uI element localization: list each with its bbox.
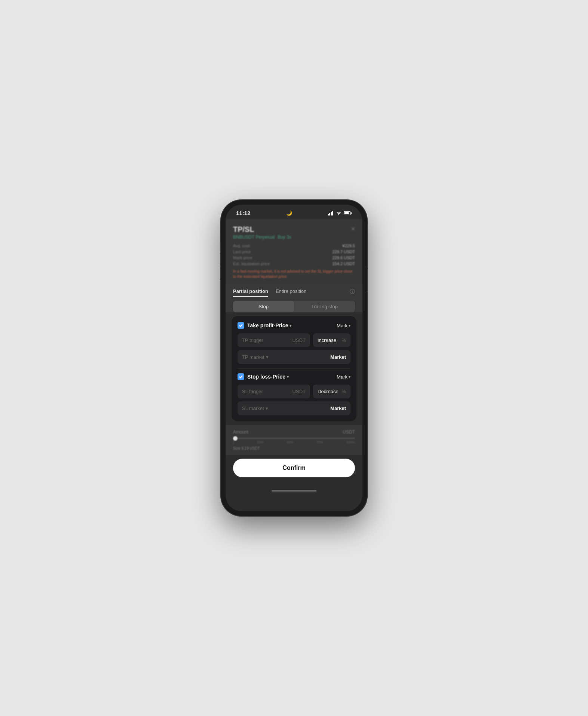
stop-loss-title: Stop loss-Price ▾: [247, 374, 289, 380]
slider-mark-75: 75%: [316, 440, 323, 444]
slider-mark-100: 100%: [346, 440, 355, 444]
sl-decrease-label: Decrease: [318, 389, 339, 394]
tp-increase-unit: %: [342, 337, 346, 343]
avg-cost-row: Avg. cost ¥229.5: [233, 244, 355, 248]
sl-trigger-input[interactable]: SL trigger USDT: [238, 385, 310, 398]
modal-subtitle: BNBUSDT Perpetual Buy 3x: [233, 235, 291, 240]
position-tabs: Partial position Entire position ⓘ: [233, 288, 355, 297]
last-price-row: Last price 229.7 USDT: [233, 250, 355, 254]
slider-thumb[interactable]: [233, 436, 238, 441]
sl-decrease-unit: %: [342, 389, 346, 394]
wifi-icon: [336, 211, 342, 215]
stop-loss-header: Stop loss-Price ▾ Mark ▾: [238, 373, 350, 380]
tp-market-value: Market: [330, 354, 346, 360]
warning-text: In a fast-moving market, it is not advis…: [233, 269, 355, 279]
last-price-label: Last price: [233, 250, 251, 254]
phone-screen: 11:12 🌙: [226, 205, 362, 511]
amount-slider-track: [233, 438, 355, 439]
slider-mark-50: 50%: [287, 440, 294, 444]
svg-rect-1: [329, 213, 330, 215]
bottom-area: Amount USDT | 25% 50% 75% 100% Size 9.19…: [226, 425, 362, 455]
volume-buttons: [220, 253, 221, 280]
status-icons: [328, 211, 352, 215]
last-price-value: 229.7 USDT: [332, 250, 355, 254]
sl-market-dropdown-arrow: ▾: [266, 406, 268, 411]
svg-rect-7: [351, 212, 352, 214]
mark-price-label: Mark price: [233, 256, 252, 260]
tab-stop[interactable]: Stop: [233, 301, 294, 312]
sl-trigger-unit: USDT: [293, 389, 306, 394]
sl-market-row[interactable]: SL market ▾ Market: [238, 401, 350, 415]
phone-device: 11:12 🌙: [221, 200, 367, 516]
amount-label: Amount: [233, 429, 248, 435]
status-time: 11:12: [236, 210, 250, 216]
home-indicator: [226, 485, 362, 497]
liq-price-label: Est. liquidation price: [233, 261, 270, 266]
take-profit-section: Take profit-Price ▾ Mark ▾ TP trigger US…: [238, 322, 350, 364]
tp-trigger-label: TP trigger: [242, 337, 263, 343]
stop-loss-left: Stop loss-Price ▾: [238, 373, 289, 380]
tabs-area: Partial position Entire position ⓘ Stop …: [226, 284, 362, 312]
sl-decrease-field[interactable]: Decrease %: [313, 385, 350, 398]
avg-cost-label: Avg. cost: [233, 244, 250, 248]
tp-trigger-input[interactable]: TP trigger USDT: [238, 333, 310, 347]
stop-loss-checkbox[interactable]: [238, 373, 244, 380]
take-profit-left: Take profit-Price ▾: [238, 322, 291, 329]
sl-mark-button[interactable]: Mark ▾: [337, 374, 350, 380]
mark-price-row: Mark price 229.6 USDT: [233, 256, 355, 260]
close-icon[interactable]: ×: [351, 225, 355, 233]
signal-icon: [328, 211, 334, 215]
stop-tabs: Stop Trailing stop: [233, 301, 355, 312]
modal-title: TP/SL: [233, 225, 291, 234]
tab-partial-position[interactable]: Partial position: [233, 288, 268, 297]
home-bar: [272, 490, 316, 492]
battery-icon: [344, 211, 352, 215]
confirm-area: Confirm: [226, 455, 362, 485]
sl-dropdown-arrow[interactable]: ▾: [287, 375, 289, 379]
liq-price-value: 154.2 USDT: [332, 261, 355, 266]
tp-market-dropdown-arrow: ▾: [266, 354, 269, 360]
tp-market-row[interactable]: TP market ▾ Market: [238, 350, 350, 364]
confirm-button[interactable]: Confirm: [233, 459, 355, 477]
stats-section: Avg. cost ¥229.5 Last price 229.7 USDT M…: [233, 244, 355, 266]
sl-trigger-label: SL trigger: [242, 389, 263, 394]
checkmark-icon: [239, 323, 243, 328]
svg-rect-2: [331, 212, 332, 215]
take-profit-header: Take profit-Price ▾ Mark ▾: [238, 322, 350, 329]
tp-increase-field[interactable]: Increase %: [313, 333, 350, 347]
take-profit-checkbox[interactable]: [238, 322, 244, 329]
size-text: Size 9.19 USDT: [233, 446, 355, 450]
tp-mark-button[interactable]: Mark ▾: [337, 323, 350, 328]
background-content: TP/SL BNBUSDT Perpetual Buy 3x × Avg. co…: [226, 219, 362, 284]
slider-marks: | 25% 50% 75% 100%: [233, 440, 355, 444]
avg-cost-value: ¥229.5: [342, 244, 355, 248]
moon-icon: 🌙: [286, 210, 292, 216]
tp-dropdown-arrow[interactable]: ▾: [290, 324, 291, 328]
power-button: [367, 267, 368, 291]
tab-trailing-stop[interactable]: Trailing stop: [294, 301, 355, 312]
tp-increase-label: Increase: [318, 337, 336, 343]
slider-mark-0: |: [233, 440, 234, 444]
take-profit-title: Take profit-Price ▾: [247, 322, 291, 328]
svg-point-4: [338, 214, 339, 215]
info-icon[interactable]: ⓘ: [350, 288, 355, 297]
tp-trigger-unit: USDT: [293, 337, 306, 343]
sl-trigger-row: SL trigger USDT Decrease %: [238, 385, 350, 398]
checkmark-icon-sl: [239, 374, 243, 379]
sl-market-label: SL market ▾: [242, 406, 268, 411]
stop-loss-section: Stop loss-Price ▾ Mark ▾ SL trigger USDT: [238, 373, 350, 415]
amount-row: Amount USDT: [233, 429, 355, 435]
status-bar: 11:12 🌙: [226, 205, 362, 219]
svg-rect-3: [332, 211, 333, 215]
liq-price-row: Est. liquidation price 154.2 USDT: [233, 261, 355, 266]
tab-entire-position[interactable]: Entire position: [276, 288, 306, 297]
amount-unit: USDT: [343, 429, 355, 435]
section-divider: [238, 368, 350, 369]
sl-market-value: Market: [330, 406, 346, 411]
tp-market-label: TP market ▾: [242, 354, 269, 360]
svg-rect-0: [328, 214, 329, 215]
mark-price-value: 229.6 USDT: [332, 256, 355, 260]
slider-mark-25: 25%: [257, 440, 264, 444]
tpsl-card: Take profit-Price ▾ Mark ▾ TP trigger US…: [232, 316, 356, 421]
tp-trigger-row: TP trigger USDT Increase %: [238, 333, 350, 347]
